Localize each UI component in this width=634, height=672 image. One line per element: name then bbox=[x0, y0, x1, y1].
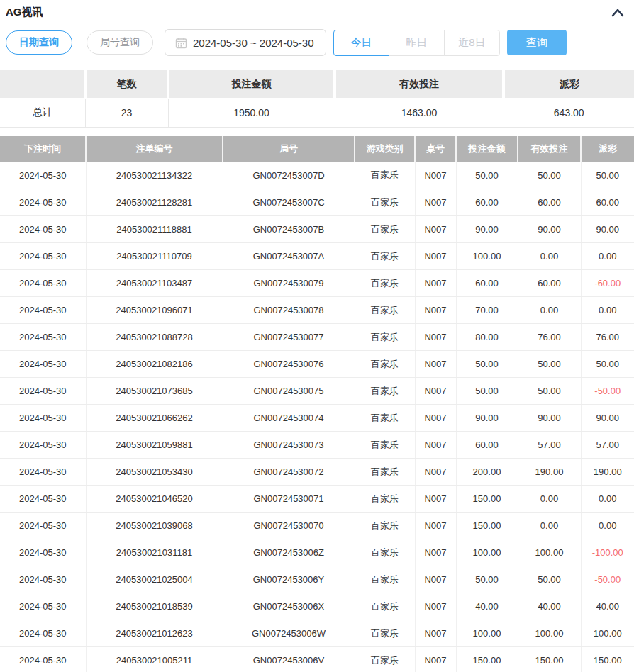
header-valid-bet: 有效投注 bbox=[518, 136, 581, 162]
summary-header-bet-amount: 投注金额 bbox=[168, 70, 335, 99]
cell-bet-amount: 60.00 bbox=[456, 189, 518, 216]
cell-bet-time: 2024-05-30 bbox=[0, 324, 86, 351]
cell-bet-time: 2024-05-30 bbox=[0, 539, 86, 566]
cell-round-id: GN00724530072 bbox=[223, 459, 355, 486]
cell-table-no: N007 bbox=[415, 593, 456, 620]
panel-header: AG视讯 bbox=[0, 0, 634, 19]
cell-game-type: 百家乐 bbox=[355, 486, 415, 513]
cell-valid-bet: 57.00 bbox=[518, 432, 581, 459]
cell-valid-bet: 100.00 bbox=[518, 539, 581, 566]
cell-valid-bet: 190.00 bbox=[518, 459, 581, 486]
cell-bet-time: 2024-05-30 bbox=[0, 162, 86, 189]
cell-game-type: 百家乐 bbox=[355, 405, 415, 432]
filter-bar: 日期查询 局号查询 2024-05-30 ~ 2024-05-30 今日 bbox=[0, 29, 634, 56]
cell-table-no: N007 bbox=[415, 513, 456, 539]
table-row: 2024-05-30240530021053430GN00724530072百家… bbox=[0, 459, 634, 486]
cell-valid-bet: 60.00 bbox=[518, 270, 581, 297]
cell-payout: 0.00 bbox=[581, 513, 634, 539]
cell-bet-amount: 80.00 bbox=[456, 324, 518, 351]
table-row: 2024-05-30240530021103487GN00724530079百家… bbox=[0, 270, 634, 297]
cell-bet-time: 2024-05-30 bbox=[0, 620, 86, 647]
cell-game-type: 百家乐 bbox=[355, 297, 415, 324]
cell-round-id: GN00724530071 bbox=[223, 486, 355, 513]
chevron-up-icon[interactable] bbox=[611, 8, 624, 18]
cell-payout: 190.00 bbox=[581, 459, 634, 486]
cell-valid-bet: 0.00 bbox=[518, 243, 581, 270]
date-query-tab[interactable]: 日期查询 bbox=[6, 30, 72, 55]
cell-bet-amount: 90.00 bbox=[456, 216, 518, 243]
cell-round-id: GN00724530070 bbox=[223, 513, 355, 539]
cell-payout: 60.00 bbox=[581, 189, 634, 216]
cell-game-type: 百家乐 bbox=[355, 162, 415, 189]
cell-bet-id: 240530021134322 bbox=[86, 162, 223, 189]
cell-valid-bet: 0.00 bbox=[518, 513, 581, 539]
cell-payout: 50.00 bbox=[581, 351, 634, 378]
yesterday-button[interactable]: 昨日 bbox=[389, 30, 445, 56]
last-8-days-button[interactable]: 近8日 bbox=[444, 30, 500, 56]
table-row: 2024-05-30240530021005211GN0072453006V百家… bbox=[0, 647, 634, 672]
cell-table-no: N007 bbox=[415, 324, 456, 351]
cell-table-no: N007 bbox=[415, 189, 456, 216]
cell-game-type: 百家乐 bbox=[355, 189, 415, 216]
cell-payout: 150.00 bbox=[581, 647, 634, 672]
cell-table-no: N007 bbox=[415, 620, 456, 647]
cell-game-type: 百家乐 bbox=[355, 270, 415, 297]
cell-round-id: GN0072453007A bbox=[223, 243, 355, 270]
cell-bet-time: 2024-05-30 bbox=[0, 297, 86, 324]
cell-valid-bet: 50.00 bbox=[518, 566, 581, 593]
cell-bet-id: 240530021096071 bbox=[86, 297, 223, 324]
cell-table-no: N007 bbox=[415, 216, 456, 243]
cell-bet-amount: 200.00 bbox=[456, 459, 518, 486]
header-game-type: 游戏类别 bbox=[355, 136, 415, 162]
summary-header-count: 笔数 bbox=[85, 70, 168, 99]
cell-game-type: 百家乐 bbox=[355, 539, 415, 566]
table-row: 2024-05-30240530021046520GN00724530071百家… bbox=[0, 486, 634, 513]
cell-bet-id: 240530021031181 bbox=[86, 539, 223, 566]
table-row: 2024-05-30240530021066262GN00724530074百家… bbox=[0, 405, 634, 432]
table-row: 2024-05-30240530021012623GN0072453006W百家… bbox=[0, 620, 634, 647]
table-row: 2024-05-30240530021059881GN00724530073百家… bbox=[0, 432, 634, 459]
cell-game-type: 百家乐 bbox=[355, 566, 415, 593]
cell-table-no: N007 bbox=[415, 297, 456, 324]
cell-valid-bet: 0.00 bbox=[518, 486, 581, 513]
summary-valid-bet-value: 1463.00 bbox=[335, 99, 504, 127]
table-row: 2024-05-30240530021088728GN00724530077百家… bbox=[0, 324, 634, 351]
cell-round-id: GN00724530075 bbox=[223, 378, 355, 405]
cell-round-id: GN0072453007C bbox=[223, 189, 355, 216]
cell-bet-id: 240530021118881 bbox=[86, 216, 223, 243]
cell-round-id: GN00724530073 bbox=[223, 432, 355, 459]
cell-table-no: N007 bbox=[415, 539, 456, 566]
quick-range-group: 今日 昨日 近8日 bbox=[333, 30, 500, 56]
round-query-tab[interactable]: 局号查询 bbox=[87, 30, 153, 55]
cell-bet-time: 2024-05-30 bbox=[0, 270, 86, 297]
summary-payout-value: 643.00 bbox=[504, 99, 634, 127]
calendar-icon bbox=[175, 37, 187, 49]
page-title: AG视讯 bbox=[6, 6, 43, 19]
summary-table: 笔数 投注金额 有效投注 派彩 总计 23 1950.00 1463.00 64… bbox=[0, 70, 634, 128]
cell-game-type: 百家乐 bbox=[355, 351, 415, 378]
cell-payout: 0.00 bbox=[581, 486, 634, 513]
date-range-picker[interactable]: 2024-05-30 ~ 2024-05-30 bbox=[165, 29, 326, 56]
cell-bet-time: 2024-05-30 bbox=[0, 405, 86, 432]
search-button[interactable]: 查询 bbox=[507, 30, 567, 55]
records-header-row: 下注时间 注单编号 局号 游戏类别 桌号 投注金额 有效投注 派彩 bbox=[0, 136, 634, 162]
cell-bet-id: 240530021103487 bbox=[86, 270, 223, 297]
header-table-no: 桌号 bbox=[415, 136, 456, 162]
cell-round-id: GN00724530079 bbox=[223, 270, 355, 297]
cell-game-type: 百家乐 bbox=[355, 216, 415, 243]
cell-payout: -50.00 bbox=[581, 378, 634, 405]
cell-bet-amount: 60.00 bbox=[456, 270, 518, 297]
cell-game-type: 百家乐 bbox=[355, 593, 415, 620]
cell-bet-amount: 90.00 bbox=[456, 405, 518, 432]
cell-bet-id: 240530021066262 bbox=[86, 405, 223, 432]
today-button[interactable]: 今日 bbox=[333, 30, 389, 56]
cell-bet-id: 240530021128281 bbox=[86, 189, 223, 216]
summary-total-row: 总计 23 1950.00 1463.00 643.00 bbox=[0, 99, 634, 127]
header-round-id: 局号 bbox=[223, 136, 355, 162]
cell-bet-amount: 50.00 bbox=[456, 162, 518, 189]
table-row: 2024-05-30240530021118881GN0072453007B百家… bbox=[0, 216, 634, 243]
table-row: 2024-05-30240530021134322GN0072453007D百家… bbox=[0, 162, 634, 189]
table-row: 2024-05-30240530021073685GN00724530075百家… bbox=[0, 378, 634, 405]
cell-bet-id: 240530021110709 bbox=[86, 243, 223, 270]
summary-header-valid-bet: 有效投注 bbox=[335, 70, 504, 99]
